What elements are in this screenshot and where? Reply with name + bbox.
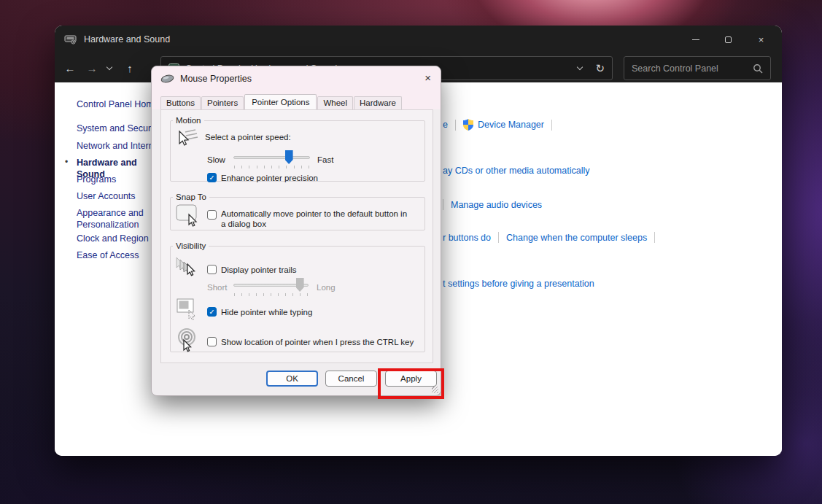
sidebar-item-ease-of-access[interactable]: Ease of Access: [77, 250, 163, 262]
hide-pointer-icon: [177, 298, 198, 322]
separator: [455, 120, 456, 131]
tab-pointer-options[interactable]: Pointer Options: [244, 94, 317, 109]
slider-thumb: [296, 278, 304, 292]
cancel-button[interactable]: Cancel: [325, 371, 377, 387]
search-input[interactable]: [632, 63, 748, 74]
sidebar-item-programs[interactable]: Programs: [77, 174, 163, 186]
minimize-button[interactable]: [679, 26, 712, 53]
pointer-trails-label: Display pointer trails: [221, 265, 297, 274]
recent-pages-chevron-icon[interactable]: [106, 63, 112, 69]
presentation-settings-link[interactable]: t settings before giving a presentation: [443, 279, 594, 289]
slow-label: Slow: [207, 155, 225, 164]
snap-to-label: Automatically move pointer to the defaul…: [221, 209, 412, 229]
mouse-properties-dialog: Mouse Properties × Buttons Pointers Poin…: [151, 66, 441, 396]
forward-button[interactable]: →: [81, 62, 103, 74]
audio-row: Manage audio devices: [443, 199, 542, 210]
sidebar-item-appearance-personalization[interactable]: Appearance and Personalization: [77, 208, 163, 230]
slider-ticks: [234, 166, 309, 168]
device-manager-row: e Device Manager: [443, 119, 559, 131]
pointer-speed-slider[interactable]: [233, 150, 310, 167]
hide-pointer-label: Hide pointer while typing: [221, 308, 312, 317]
visibility-legend: Visibility: [173, 241, 209, 250]
pointer-options-page: Motion Select a pointer speed: Slow Fast…: [160, 109, 433, 363]
tab-buttons[interactable]: Buttons: [160, 96, 201, 109]
tab-hardware[interactable]: Hardware: [354, 96, 402, 109]
dialog-close-icon[interactable]: ×: [424, 72, 431, 83]
sidebar-item-network-and-internet[interactable]: Network and Internet: [77, 141, 163, 152]
presentation-row: t settings before giving a presentation: [443, 279, 594, 289]
refresh-icon[interactable]: ↻: [595, 62, 605, 75]
slider-track[interactable]: [233, 156, 310, 159]
power-buttons-link[interactable]: r buttons do: [443, 233, 491, 243]
search-icon[interactable]: [753, 63, 763, 74]
trails-slider: [233, 277, 309, 295]
hide-pointer-checkbox[interactable]: ✓: [207, 307, 217, 317]
ok-button[interactable]: OK: [266, 371, 318, 387]
back-button[interactable]: ←: [59, 62, 81, 74]
visibility-group: Visibility Display pointer trails Short …: [170, 241, 425, 352]
power-options-row: r buttons do Change when the computer sl…: [443, 232, 662, 243]
separator: [443, 199, 443, 210]
enhance-precision-checkbox[interactable]: ✓: [207, 173, 217, 182]
fast-label: Fast: [317, 155, 333, 164]
separator: [551, 120, 552, 131]
active-item-bullet: •: [65, 157, 68, 167]
separator: [654, 232, 655, 243]
maximize-icon: [725, 36, 732, 43]
hardware-and-sound-icon: [64, 34, 77, 44]
device-manager-link[interactable]: Device Manager: [478, 120, 544, 130]
pointer-trails-checkbox[interactable]: [207, 265, 217, 274]
truncated-link-fragment[interactable]: e: [443, 120, 448, 130]
long-label: Long: [317, 283, 336, 292]
window-title: Hardware and Sound: [84, 34, 170, 44]
snap-to-checkbox[interactable]: [207, 210, 217, 220]
short-label: Short: [207, 283, 228, 292]
tab-pointers[interactable]: Pointers: [201, 96, 244, 109]
manage-audio-devices-link[interactable]: Manage audio devices: [451, 200, 542, 210]
dialog-titlebar: Mouse Properties ×: [152, 66, 441, 90]
separator: [498, 232, 499, 243]
ctrl-locate-checkbox[interactable]: [207, 337, 217, 346]
enhance-precision-label: Enhance pointer precision: [221, 174, 318, 182]
maximize-button[interactable]: [712, 26, 745, 53]
snap-to-group: Snap To Automatically move pointer to th…: [170, 193, 425, 230]
tab-wheel[interactable]: Wheel: [317, 96, 353, 109]
mouse-icon: [160, 74, 174, 83]
sidebar-item-clock-and-region[interactable]: Clock and Region: [77, 233, 163, 245]
titlebar: Hardware and Sound ×: [55, 26, 782, 53]
autoplay-row: ay CDs or other media automatically: [443, 166, 589, 176]
play-cds-link[interactable]: ay CDs or other media automatically: [443, 166, 589, 176]
pointer-speed-icon: [177, 129, 198, 151]
slider-ticks: [234, 293, 308, 296]
desktop-wallpaper: Hardware and Sound × ← → ↑ Control Panel…: [0, 0, 822, 504]
sidebar-item-user-accounts[interactable]: User Accounts: [77, 191, 163, 203]
address-dropdown-chevron-icon[interactable]: [577, 64, 583, 70]
close-icon: ×: [759, 34, 764, 45]
snap-to-icon: [176, 204, 201, 229]
tab-strip: Buttons Pointers Pointer Options Wheel H…: [160, 96, 403, 109]
resize-grip[interactable]: [432, 387, 438, 393]
motion-group: Motion Select a pointer speed: Slow Fast…: [170, 116, 425, 182]
sidebar-item-system-and-security[interactable]: System and Security: [77, 123, 163, 135]
computer-sleeps-link[interactable]: Change when the computer sleeps: [506, 233, 647, 243]
up-button[interactable]: ↑: [119, 62, 141, 74]
ctrl-locate-label: Show location of pointer when I press th…: [221, 338, 414, 346]
close-button[interactable]: ×: [745, 26, 778, 53]
pointer-speed-label: Select a pointer speed:: [205, 133, 291, 141]
apply-button[interactable]: Apply: [385, 371, 437, 387]
uac-shield-icon: [463, 119, 473, 131]
pointer-trails-icon: [174, 256, 202, 284]
snap-to-legend: Snap To: [173, 193, 209, 201]
sidebar-item-control-panel-home[interactable]: Control Panel Home: [77, 99, 163, 111]
dialog-title: Mouse Properties: [180, 74, 252, 84]
search-box[interactable]: [624, 56, 771, 80]
dialog-button-row: OK Cancel Apply: [152, 362, 441, 395]
minimize-icon: [692, 39, 699, 40]
motion-legend: Motion: [173, 116, 204, 125]
slider-thumb[interactable]: [285, 150, 293, 164]
ctrl-locate-icon: [176, 327, 201, 354]
